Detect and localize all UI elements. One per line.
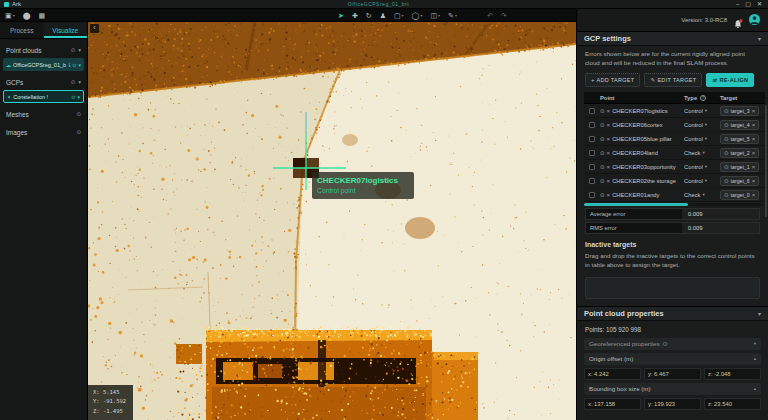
chevron-down-icon[interactable]: ▾ [77, 94, 80, 100]
sidebar-item-point-cloud[interactable]: ☁ OfficeGCPSreg_01_brt.. ℹ ⊙ ▾ [3, 58, 84, 71]
help-icon[interactable]: ? [700, 95, 706, 101]
eye-icon[interactable]: ⊙ [600, 136, 605, 142]
remove-target-icon[interactable]: × [752, 122, 756, 128]
lighting-icon[interactable]: ⬤ [23, 9, 31, 22]
eye-icon[interactable]: ⊙ [724, 178, 729, 184]
eye-icon[interactable]: ⊙ [600, 178, 605, 184]
type-dropdown[interactable]: Control▾ [684, 108, 720, 114]
rectangle-select-icon[interactable]: ▢▾ [394, 9, 404, 22]
eye-icon[interactable]: ⊙ [600, 122, 605, 128]
redo-icon[interactable]: ↷ [501, 9, 507, 22]
row-checkbox[interactable] [589, 178, 595, 184]
row-checkbox[interactable] [589, 122, 595, 128]
remove-target-icon[interactable]: × [752, 178, 756, 184]
eye-icon[interactable]: ⊙ [724, 136, 729, 142]
target-chip[interactable]: ⊙ target_5 × [720, 134, 759, 144]
eye-icon[interactable]: ⊙ [724, 108, 729, 114]
gcp-table-row[interactable]: ⊙ × CHECKER01andy Check▾ ⊙ target_0 × 98… [584, 188, 765, 202]
sidebar-section-images[interactable]: Images ⊙ [0, 125, 87, 139]
pan-icon[interactable]: ✚ [352, 9, 358, 22]
edit-target-button[interactable]: ✎EDIT TARGET [644, 73, 702, 87]
georeferenced-properties-bar[interactable]: Georeferenced properties⊙ ▾ [584, 338, 761, 350]
target-chip[interactable]: ⊙ target_0 × [720, 190, 759, 200]
eye-icon[interactable]: ⊙ [76, 111, 81, 117]
gcp-table-row[interactable]: ⊙ × CHECKER04larid Check▾ ⊙ target_2 × 1… [584, 146, 765, 160]
row-checkbox[interactable] [589, 136, 595, 142]
point-cloud-properties-header[interactable]: Point cloud properties ▾ [577, 306, 768, 321]
gcp-table-row[interactable]: ⊙ × CHECKER07logistics Control▾ ⊙ target… [584, 104, 765, 118]
remove-icon[interactable]: × [607, 108, 611, 114]
eye-icon[interactable]: ⊙ [76, 129, 81, 135]
sidebar-item-constellation[interactable]: ✦ Constellation ! ⊙ ▾ [3, 90, 84, 103]
remove-icon[interactable]: × [607, 178, 611, 184]
eye-icon[interactable]: ⊙ [71, 94, 75, 100]
eye-icon[interactable]: ⊙ [600, 150, 605, 156]
first-person-view-icon[interactable]: ♟ [380, 9, 386, 22]
remove-target-icon[interactable]: × [752, 136, 756, 142]
eye-icon[interactable]: ⊙ [71, 47, 76, 53]
viewport-3d[interactable]: ‹ [88, 22, 576, 420]
table-hscrollbar-track[interactable] [584, 203, 764, 206]
gcp-table-row[interactable]: ⊙ × CHECKER06cortex Control▾ ⊙ target_4 … [584, 118, 765, 132]
type-dropdown[interactable]: Check▾ [684, 150, 720, 156]
remove-target-icon[interactable]: × [752, 150, 756, 156]
row-checkbox[interactable] [589, 192, 595, 198]
eye-icon[interactable]: ⊙ [600, 192, 605, 198]
target-chip[interactable]: ⊙ target_4 × [720, 120, 759, 130]
sidebar-section-meshes[interactable]: Meshes ⊙ [0, 107, 87, 121]
realign-button[interactable]: ⇄RE-ALIGN [706, 73, 754, 87]
row-checkbox[interactable] [589, 108, 595, 114]
info-icon[interactable]: ℹ [68, 62, 70, 68]
eye-icon[interactable]: ⊙ [71, 79, 76, 85]
eye-icon[interactable]: ⊙ [600, 108, 605, 114]
eye-icon[interactable]: ⊙ [724, 192, 729, 198]
gcp-table-row[interactable]: ⊙ × CHECKER03opportunity Control▾ ⊙ targ… [584, 160, 765, 174]
type-dropdown[interactable]: Control▾ [684, 136, 720, 142]
circle-select-icon[interactable]: ◯▾ [412, 9, 423, 22]
gcp-settings-header[interactable]: GCP settings ▾ [577, 31, 768, 46]
chevron-down-icon[interactable]: ▾ [78, 62, 81, 68]
box-select-icon[interactable]: ◫▾ [430, 9, 440, 22]
type-dropdown[interactable]: Check▾ [684, 192, 720, 198]
remove-target-icon[interactable]: × [752, 108, 756, 114]
user-avatar[interactable] [749, 11, 760, 29]
target-chip[interactable]: ⊙ target_1 × [720, 162, 759, 172]
inactive-targets-dropzone[interactable] [585, 277, 760, 299]
eye-icon[interactable]: ⊙ [600, 164, 605, 170]
eye-icon[interactable]: ⊙ [72, 62, 76, 68]
sidebar-section-point-clouds[interactable]: Point clouds ⊙▾ [0, 43, 87, 57]
origin-offset-bar[interactable]: Origin offset (m) ▴ [584, 353, 761, 365]
eye-icon[interactable]: ⊙ [724, 122, 729, 128]
screenshot-icon[interactable]: ▦ [38, 9, 45, 22]
table-hscrollbar-thumb[interactable] [584, 203, 688, 206]
panel-vscrollbar[interactable] [765, 105, 767, 217]
minimize-button[interactable]: – [736, 0, 739, 8]
target-chip[interactable]: ⊙ target_2 × [720, 148, 759, 158]
gcp-table-row[interactable]: ⊙ × CHECKER05blue pillar Control▾ ⊙ targ… [584, 132, 765, 146]
remove-icon[interactable]: × [607, 150, 611, 156]
undo-icon[interactable]: ↶ [487, 9, 493, 22]
sidebar-collapse-icon[interactable]: ‹ [90, 24, 99, 33]
add-target-button[interactable]: +ADD TARGET [585, 73, 640, 87]
type-dropdown[interactable]: Control▾ [684, 178, 720, 184]
remove-icon[interactable]: × [607, 136, 611, 142]
type-dropdown[interactable]: Control▾ [684, 164, 720, 170]
eye-icon[interactable]: ⊙ [724, 150, 729, 156]
chevron-down-icon[interactable]: ▾ [78, 79, 81, 85]
maximize-button[interactable]: ▢ [745, 0, 751, 8]
notifications-bell-icon[interactable] [733, 15, 743, 25]
type-dropdown[interactable]: Control▾ [684, 122, 720, 128]
row-checkbox[interactable] [589, 164, 595, 170]
eye-icon[interactable]: ⊙ [724, 164, 729, 170]
row-checkbox[interactable] [589, 150, 595, 156]
tab-visualize[interactable]: Visualize [44, 22, 88, 38]
target-chip[interactable]: ⊙ target_3 × [720, 106, 759, 116]
measure-icon[interactable]: ✎▾ [448, 9, 457, 22]
remove-icon[interactable]: × [607, 164, 611, 170]
remove-icon[interactable]: × [607, 122, 611, 128]
close-button[interactable]: ✕ [757, 0, 762, 8]
tab-process[interactable]: Process [0, 22, 44, 38]
sidebar-section-gcps[interactable]: GCPs ⊙▾ [0, 75, 87, 89]
remove-target-icon[interactable]: × [752, 192, 756, 198]
remove-target-icon[interactable]: × [752, 164, 756, 170]
